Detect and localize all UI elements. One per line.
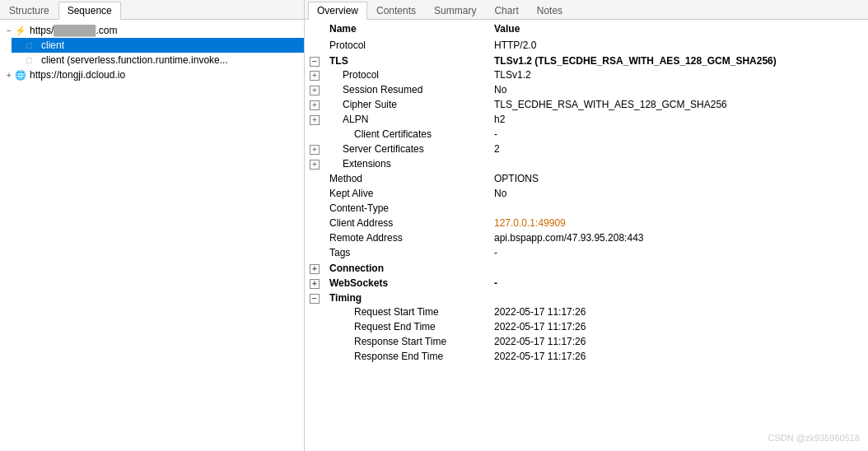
name-tls-protocol: Protocol: [324, 67, 489, 82]
row-tls-protocol: + Protocol TLSv1.2: [305, 67, 868, 82]
value-session-resumed: No: [489, 82, 868, 97]
expand-btn-alpn[interactable]: +: [310, 115, 320, 125]
value-timing: [489, 290, 868, 305]
value-tls: TLSv1.2 (TLS_ECDHE_RSA_WITH_AES_128_GCM_…: [489, 53, 868, 67]
tab-summary[interactable]: Summary: [425, 2, 485, 19]
table-header-row: Name Value: [305, 20, 868, 38]
name-tags: Tags: [324, 245, 489, 260]
row-tls: − TLS TLSv1.2 (TLS_ECDHE_RSA_WITH_AES_12…: [305, 53, 868, 67]
value-connection: [489, 260, 868, 275]
tree-item-client-invoke[interactable]: client (serverless.function.runtime.invo…: [12, 53, 304, 67]
expand-btn-tls[interactable]: −: [310, 57, 320, 67]
tree-label-tongji: https://tongji.dcloud.io: [30, 69, 125, 81]
expander-response-end: [305, 349, 324, 364]
name-connection: Connection: [324, 260, 489, 275]
value-content-type: [489, 201, 868, 216]
row-session-resumed: + Session Resumed No: [305, 82, 868, 97]
expander-tls-protocol[interactable]: +: [305, 67, 324, 82]
detail-area: Name Value Protocol HTTP/2.0 − TLS TLSv1…: [305, 20, 868, 451]
value-method: OPTIONS: [489, 171, 868, 186]
name-extensions: Extensions: [324, 156, 489, 171]
expand-btn-timing[interactable]: −: [310, 294, 320, 304]
right-panel: Overview Contents Summary Chart Notes Na…: [305, 0, 868, 451]
expander-extensions[interactable]: +: [305, 156, 324, 171]
name-tls: TLS: [324, 53, 489, 67]
doc-icon-client-invoke: [26, 54, 40, 66]
row-tags: Tags -: [305, 245, 868, 260]
expand-btn-websockets[interactable]: +: [310, 279, 320, 289]
watermark: CSDN @zk935960518: [768, 433, 860, 443]
expander-cipher-suite[interactable]: +: [305, 97, 324, 112]
row-remote-address: Remote Address api.bspapp.com/47.93.95.2…: [305, 230, 868, 245]
expander-alpn[interactable]: +: [305, 112, 324, 127]
value-client-certs: -: [489, 127, 868, 142]
expander-client-address: [305, 216, 324, 230]
expander-tags: [305, 245, 324, 260]
row-extensions: + Extensions: [305, 156, 868, 171]
expand-btn-connection[interactable]: +: [310, 264, 320, 274]
row-client-address: Client Address 127.0.0.1:49909: [305, 216, 868, 230]
row-method: Method OPTIONS: [305, 171, 868, 186]
tab-notes[interactable]: Notes: [528, 2, 572, 19]
expander-request-start: [305, 305, 324, 319]
expander-kept-alive: [305, 186, 324, 201]
row-client-certs: Client Certificates -: [305, 127, 868, 142]
value-protocol: HTTP/2.0: [489, 38, 868, 53]
name-kept-alive: Kept Alive: [324, 186, 489, 201]
row-request-end: Request End Time 2022-05-17 11:17:26: [305, 319, 868, 334]
value-response-end: 2022-05-17 11:17:26: [489, 349, 868, 364]
expand-btn-session-resumed[interactable]: +: [310, 86, 320, 95]
tree-item-client[interactable]: client: [12, 38, 304, 53]
value-tags: -: [489, 245, 868, 260]
value-tls-protocol: TLSv1.2: [489, 67, 868, 82]
tree-label-client-invoke: client (serverless.function.runtime.invo…: [41, 54, 228, 66]
row-content-type: Content-Type: [305, 201, 868, 216]
value-request-end: 2022-05-17 11:17:26: [489, 319, 868, 334]
row-cipher-suite: + Cipher Suite TLS_ECDHE_RSA_WITH_AES_12…: [305, 97, 868, 112]
tab-sequence[interactable]: Sequence: [58, 2, 121, 20]
value-server-certs: 2: [489, 142, 868, 156]
row-connection: + Connection: [305, 260, 868, 275]
tab-overview[interactable]: Overview: [308, 2, 367, 20]
name-content-type: Content-Type: [324, 201, 489, 216]
value-request-start: 2022-05-17 11:17:26: [489, 305, 868, 319]
tree-expander-tongji[interactable]: +: [3, 71, 15, 80]
expander-tls[interactable]: −: [305, 53, 324, 67]
tree-expander-client[interactable]: [15, 41, 26, 50]
name-server-certs: Server Certificates: [324, 142, 489, 156]
expander-timing[interactable]: −: [305, 290, 324, 305]
header-expander-cell: [305, 20, 324, 38]
expand-btn-extensions[interactable]: +: [310, 160, 320, 170]
expander-remote-address: [305, 230, 324, 245]
expander-connection[interactable]: +: [305, 260, 324, 275]
tab-structure[interactable]: Structure: [0, 2, 58, 19]
name-request-start: Request Start Time: [324, 305, 489, 319]
tab-contents[interactable]: Contents: [367, 2, 425, 19]
row-kept-alive: Kept Alive No: [305, 186, 868, 201]
name-response-end: Response End Time: [324, 349, 489, 364]
expand-btn-tls-protocol[interactable]: +: [310, 71, 320, 81]
expander-content-type: [305, 201, 324, 216]
tab-chart[interactable]: Chart: [485, 2, 527, 19]
row-timing: − Timing: [305, 290, 868, 305]
name-session-resumed: Session Resumed: [324, 82, 489, 97]
expander-websockets[interactable]: +: [305, 275, 324, 290]
expander-session-resumed[interactable]: +: [305, 82, 324, 97]
value-alpn: h2: [489, 112, 868, 127]
expander-server-certs[interactable]: +: [305, 142, 324, 156]
row-request-start: Request Start Time 2022-05-17 11:17:26: [305, 305, 868, 319]
name-remote-address: Remote Address: [324, 230, 489, 245]
tree-item-https-root[interactable]: − https/██████.com: [0, 23, 304, 38]
expander-method: [305, 171, 324, 186]
expand-btn-server-certs[interactable]: +: [310, 145, 320, 155]
expand-btn-cipher-suite[interactable]: +: [310, 100, 320, 110]
value-remote-address: api.bspapp.com/47.93.95.208:443: [489, 230, 868, 245]
tree-expander-https-root[interactable]: −: [3, 26, 15, 35]
tree-expander-client-invoke[interactable]: [15, 56, 26, 65]
lightning-icon: [15, 25, 28, 36]
tree-item-https-tongji[interactable]: + https://tongji.dcloud.io: [0, 67, 304, 82]
expander-request-end: [305, 319, 324, 334]
row-websockets: + WebSockets -: [305, 275, 868, 290]
name-cipher-suite: Cipher Suite: [324, 97, 489, 112]
value-kept-alive: No: [489, 186, 868, 201]
